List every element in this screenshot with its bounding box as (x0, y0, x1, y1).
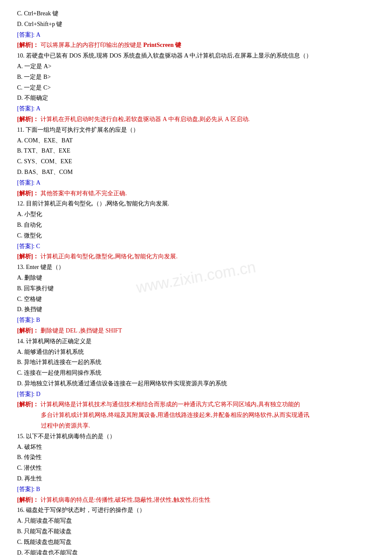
option-text: B. 异地计算机连接在一起的系统 (17, 357, 375, 367)
analysis-label: [解析]： (17, 401, 39, 408)
option-text: B. TXT、BAT、EXE (17, 146, 375, 156)
analysis-label: [解析]： (17, 190, 39, 197)
answer-text: [答案]: D (17, 389, 375, 399)
option-text: D. BAS、BAT、COM (17, 167, 375, 177)
option-text: A. 一定是 A> (17, 61, 375, 72)
option-text: C. 一定是 C> (17, 83, 375, 93)
analysis-label: [解析]： (17, 253, 39, 260)
analysis-text: [解析]： 计算机正向着句型化,微型化,网络化,智能化方向发展. (17, 251, 375, 262)
analysis-content: 计算机在开机启动时先进行自检,若软盘驱动器 A 中有启动盘,则必先从 A 区启动… (39, 116, 250, 122)
analysis-content: 其他答案中有对有错,不完全正确. (39, 190, 127, 197)
option-text: C. Ctrl+Break 键 (17, 9, 375, 19)
option-text: B. 回车换行键 (17, 283, 375, 294)
answer-text: [答案]: B (17, 315, 375, 325)
option-text: D. 不能确定 (17, 93, 375, 103)
analysis-label: [解析]： (17, 116, 39, 122)
option-text: C. SYS、COM、EXE (17, 156, 375, 167)
option-text: A. 删除键 (17, 273, 375, 283)
option-text: B. 只能写盘不能读盘 (17, 526, 375, 537)
option-text: D. 换挡键 (17, 304, 375, 315)
analysis-content: 计算机病毒的特点是:传播性,破坏性,隐蔽性,潜伏性,触发性,衍生性 (39, 497, 210, 503)
option-text: D. 异地独立计算机系统通过通信设备连接在一起用网络软件实现资源共享的系统 (17, 379, 375, 389)
option-text: B. 传染性 (17, 452, 375, 462)
analysis-continued: 过程中的资源共享. (17, 421, 375, 431)
analysis-text: [解析]： 计算机网络是计算机技术与通信技术相结合而形成的一种通讯方式,它将不同… (17, 399, 375, 410)
question-text: 13. Enter 键是（） (17, 262, 375, 272)
analysis-text: [解析]： 其他答案中有对有错,不完全正确. (17, 188, 375, 199)
option-text: A. 能够通信的计算机系统 (17, 347, 375, 357)
answer-text: [答案]: A (17, 30, 375, 40)
question-text: 16. 磁盘处于写保护状态时，可进行的操作是（） (17, 505, 375, 515)
answer-text: [答案]: A (17, 104, 375, 114)
option-text: A. 只能读盘不能写盘 (17, 516, 375, 526)
answer-text: [答案]: C (17, 241, 375, 251)
analysis-content: 计算机网络是计算机技术与通信技术相结合而形成的一种通讯方式,它将不同区域内,具有… (39, 401, 300, 408)
option-text: A. COM、EXE、BAT (17, 136, 375, 146)
question-text: 14. 计算机网络的正确定义是 (17, 336, 375, 347)
analysis-content: 计算机正向着句型化,微型化,网络化,智能化方向发展. (39, 253, 178, 260)
analysis-content: 删除键是 DEL ,换挡键是 SHIFT (39, 327, 122, 334)
analysis-text: [解析]： 可以将屏幕上的内容打印输出的按键是 PrintScreen 键 (17, 40, 375, 50)
question-text: 15. 以下不是计算机病毒特点的是（） (17, 431, 375, 442)
option-text: D. 再生性 (17, 474, 375, 484)
option-text: D. 不能读盘也不能写盘 (17, 548, 375, 555)
analysis-continued: 多台计算机或计算机网络,终端及其附属设备,用通信线路连接起来,并配备相应的网络软… (17, 410, 375, 420)
analysis-label: [解析]： (17, 327, 39, 334)
option-text: C. 微型化 (17, 231, 375, 241)
option-text: A. 破坏性 (17, 442, 375, 452)
option-text: A. 小型化 (17, 209, 375, 220)
option-text: B. 自动化 (17, 220, 375, 230)
analysis-label: [解析]： (17, 497, 39, 503)
option-text: C. 既能读盘也能写盘 (17, 537, 375, 547)
main-content: C. Ctrl+Break 键D. Ctrl+Shift+p 键[答案]: A[… (17, 9, 375, 555)
question-text: 10. 若硬盘中已装有 DOS 系统,现将 DOS 系统盘插入软盘驱动器 A 中… (17, 51, 375, 61)
option-text: D. Ctrl+Shift+p 键 (17, 19, 375, 29)
analysis-text: [解析]： 计算机病毒的特点是:传播性,破坏性,隐蔽性,潜伏性,触发性,衍生性 (17, 495, 375, 505)
analysis-content: 可以将屏幕上的内容打印输出的按键是 PrintScreen 键 (39, 42, 181, 48)
option-text: C. 空格键 (17, 294, 375, 304)
answer-text: [答案]: B (17, 484, 375, 494)
analysis-text: [解析]： 删除键是 DEL ,换挡键是 SHIFT (17, 326, 375, 336)
option-text: C. 连接在一起使用相同操作系统 (17, 368, 375, 378)
analysis-text: [解析]： 计算机在开机启动时先进行自检,若软盘驱动器 A 中有启动盘,则必先从… (17, 114, 375, 124)
option-text: C. 潜伏性 (17, 463, 375, 473)
analysis-label: [解析]： (17, 42, 39, 48)
answer-text: [答案]: A (17, 178, 375, 188)
question-text: 12. 目前计算机正向着句型化,（）,网络化,智能化方向发展. (17, 199, 375, 209)
option-text: B. 一定是 B> (17, 72, 375, 82)
question-text: 11. 下面一组均是可执行文件扩展名的应是（） (17, 125, 375, 135)
